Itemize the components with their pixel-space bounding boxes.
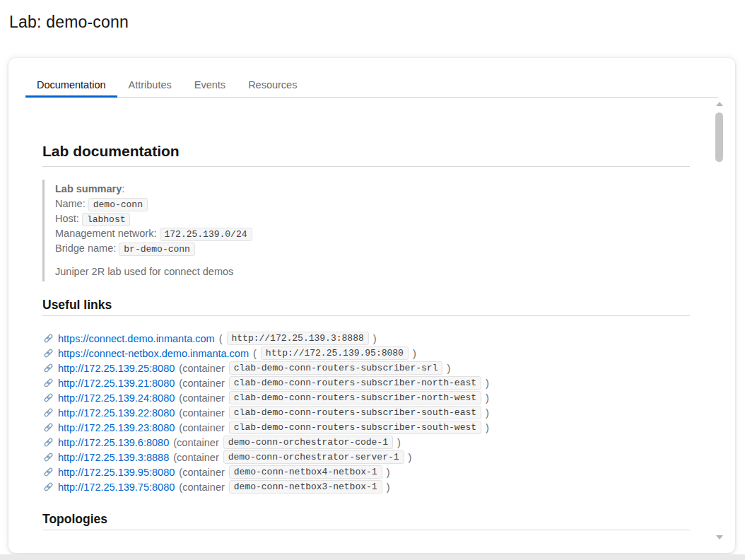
summary-note: Juniper 2R lab used for connect demos [55,264,690,279]
link-target-code: clab-demo-conn-routers-subscriber-north-… [229,391,481,404]
link-icon [42,378,54,389]
summary-field-row: Management network: 172.25.139.0/24 [55,226,690,241]
link-paren-close: ) [409,452,412,463]
tab-events[interactable]: Events [183,58,237,98]
field-value-code: labhost [82,213,131,226]
field-value-code: demo-conn [88,198,148,211]
useful-link-row: https://connect.demo.inmanta.com(http://… [42,331,690,346]
link-target-code: http://172.25.139.3:8888 [227,332,369,345]
link-paren-close: ) [373,333,377,344]
link-url[interactable]: http://172.25.139.3:8888 [58,452,169,463]
tab-attributes[interactable]: Attributes [117,58,183,98]
link-target-code: demo-conn-netbox4-netbox-1 [229,465,382,479]
link-paren-close: ) [486,392,489,404]
link-paren-open: (container [173,437,218,448]
tab-bar: DocumentationAttributesEventsResources [25,58,718,98]
topologies-heading: Topologies [42,512,690,530]
link-url[interactable]: http://172.25.139.22:8080 [58,407,175,419]
field-label: Host: [55,213,82,224]
link-icon [42,392,54,404]
scrollbar-thumb[interactable] [715,112,723,162]
link-target-code: demo-conn-orchestrator-server-1 [223,450,404,464]
link-icon [42,437,54,448]
link-paren-open: (container [179,467,224,478]
scroll-down-icon[interactable] [716,535,723,539]
useful-link-row: http://172.25.139.25:8080(containerclab-… [42,361,690,375]
link-icon [42,407,54,419]
useful-link-row: http://172.25.139.22:8080(containerclab-… [42,405,690,420]
link-paren-close: ) [387,482,390,493]
summary-field-row: Bridge name: br-demo-conn [55,241,690,256]
summary-title: Lab summary [55,183,122,194]
link-target-code: clab-demo-conn-routers-subscriber-south-… [229,421,481,434]
field-label: Bridge name: [55,243,119,254]
link-icon [42,363,54,374]
link-url[interactable]: http://172.25.139.25:8080 [58,363,175,374]
link-target-code: clab-demo-conn-routers-subscriber-north-… [229,376,481,390]
link-paren-close: ) [387,467,390,478]
page-bottom-strip [0,554,745,560]
link-paren-open: ( [253,348,257,359]
summary-title-colon: : [122,183,124,194]
useful-link-row: http://172.25.139.3:8888(containerdemo-c… [42,450,690,465]
field-label: Management network: [55,228,160,239]
summary-title-row: Lab summary: [55,182,690,197]
link-target-code: demo-conn-orchestrator-code-1 [223,436,393,449]
summary-field-row: Name: demo-conn [55,197,690,211]
useful-link-row: http://172.25.139.6:8080(containerdemo-c… [42,435,690,450]
link-url[interactable]: http://172.25.139.6:8080 [58,437,169,448]
summary-fields: Name: demo-connHost: labhostManagement n… [55,197,690,256]
link-paren-open: (container [179,363,224,374]
link-paren-close: ) [486,378,489,389]
link-target-code: http://172.25.139.95:8080 [261,346,409,360]
tab-resources[interactable]: Resources [237,58,308,98]
useful-links-list: https://connect.demo.inmanta.com(http://… [42,331,690,494]
link-icon [42,452,54,463]
link-paren-close: ) [447,363,450,374]
page-title: Lab: demo-conn [0,0,745,32]
scroll-up-icon[interactable] [716,102,723,106]
useful-link-row: http://172.25.139.95:8080(containerdemo-… [42,465,690,479]
field-value-code: 172.25.139.0/24 [160,228,252,241]
link-paren-open: ( [219,333,223,344]
useful-link-row: http://172.25.139.75:8080(containerdemo-… [42,479,690,494]
field-value-code: br-demo-conn [119,243,195,256]
doc-heading: Lab documentation [42,143,690,167]
link-paren-open: (container [179,392,224,404]
documentation-content: Lab documentation Lab summary: Name: dem… [8,98,735,530]
useful-link-row: http://172.25.139.21:8080(containerclab-… [42,375,690,390]
link-icon [42,422,54,433]
useful-link-row: https://connect-netbox.demo.inmanta.com(… [42,346,690,361]
link-url[interactable]: https://connect.demo.inmanta.com [58,333,215,344]
link-url[interactable]: http://172.25.139.95:8080 [58,467,175,478]
link-paren-close: ) [397,437,401,448]
link-paren-close: ) [413,348,416,359]
link-target-code: clab-demo-conn-routers-subscriber-srl [229,361,443,375]
useful-link-row: http://172.25.139.24:8080(containerclab-… [42,390,690,405]
link-url[interactable]: http://172.25.139.24:8080 [58,392,175,404]
link-paren-open: (container [179,407,224,419]
link-paren-open: (container [179,378,224,389]
link-icon [42,348,54,359]
summary-field-row: Host: labhost [55,211,690,226]
link-paren-close: ) [486,422,489,433]
link-icon [42,333,54,344]
link-paren-open: (container [179,482,224,493]
link-target-code: clab-demo-conn-routers-subscriber-south-… [229,406,481,419]
link-target-code: demo-conn-netbox3-netbox-1 [229,480,382,494]
useful-link-row: http://172.25.139.23:8080(containerclab-… [42,420,690,435]
documentation-panel: Lab documentation Lab summary: Name: dem… [8,98,735,551]
link-paren-close: ) [486,407,489,419]
link-url[interactable]: http://172.25.139.21:8080 [58,378,175,389]
tab-documentation[interactable]: Documentation [25,58,117,98]
useful-links-heading: Useful links [42,298,690,316]
link-paren-open: (container [179,422,224,433]
field-label: Name: [55,198,88,209]
link-paren-open: (container [173,452,218,463]
scrollbar[interactable] [715,102,724,539]
link-url[interactable]: https://connect-netbox.demo.inmanta.com [58,348,249,359]
link-icon [42,482,54,493]
link-url[interactable]: http://172.25.139.75:8080 [58,482,175,493]
lab-summary-blockquote: Lab summary: Name: demo-connHost: labhos… [42,180,690,281]
link-url[interactable]: http://172.25.139.23:8080 [58,422,175,433]
